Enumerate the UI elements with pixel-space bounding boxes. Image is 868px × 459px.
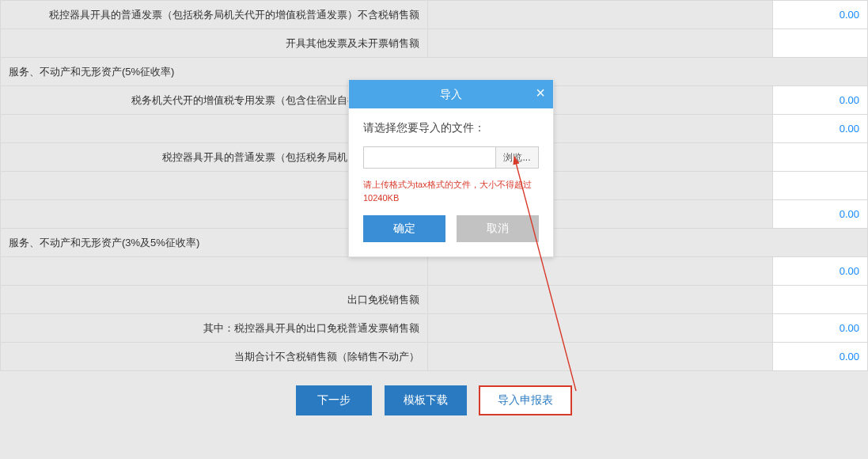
action-button-row: 下一步 模板下载 导入申报表 xyxy=(0,371,868,430)
table-row: 当期合计不含税销售额（除销售不动产） 0.00 xyxy=(1,343,868,371)
modal-prompt: 请选择您要导入的文件： xyxy=(363,121,539,135)
browse-button[interactable]: 浏览... xyxy=(495,147,538,168)
row-value[interactable] xyxy=(773,29,868,58)
modal-body: 请选择您要导入的文件： 浏览... 请上传格式为tax格式的文件，大小不得超过1… xyxy=(349,108,553,256)
table-row: 出口免税销售额 xyxy=(1,286,868,314)
file-input[interactable] xyxy=(364,147,495,168)
import-modal: 导入 × 请选择您要导入的文件： 浏览... 请上传格式为tax格式的文件，大小… xyxy=(348,79,554,257)
row-value[interactable]: 0.00 xyxy=(773,257,868,286)
close-icon[interactable]: × xyxy=(536,80,545,108)
row-label xyxy=(1,257,428,286)
table-row: 其中：税控器具开具的出口免税普通发票销售额 0.00 xyxy=(1,314,868,343)
next-button[interactable]: 下一步 xyxy=(296,385,372,415)
upload-hint: 请上传格式为tax格式的文件，大小不得超过10240KB xyxy=(363,178,539,204)
modal-title: 导入 xyxy=(440,88,462,101)
modal-button-row: 确定 取消 xyxy=(363,215,539,242)
ok-button[interactable]: 确定 xyxy=(363,215,445,242)
row-value[interactable]: 0.00 xyxy=(773,1,868,29)
row-label: 税控器具开具的普通发票（包括税务局机关代开的增值税普通发票）不含税销售额 xyxy=(1,1,428,29)
row-value[interactable]: 0.00 xyxy=(773,200,868,229)
file-chooser: 浏览... xyxy=(363,146,539,169)
import-report-button[interactable]: 导入申报表 xyxy=(479,385,572,415)
row-value[interactable] xyxy=(773,286,868,314)
row-value[interactable]: 0.00 xyxy=(773,343,868,371)
cancel-button[interactable]: 取消 xyxy=(457,215,539,242)
row-label: 出口免税销售额 xyxy=(1,286,428,314)
row-value[interactable]: 0.00 xyxy=(773,86,868,115)
row-value[interactable] xyxy=(773,143,868,172)
table-row: 开具其他发票及未开票销售额 xyxy=(1,29,868,58)
row-label: 当期合计不含税销售额（除销售不动产） xyxy=(1,343,428,371)
table-row: 0.00 xyxy=(1,257,868,286)
template-download-button[interactable]: 模板下载 xyxy=(385,385,467,415)
row-label: 开具其他发票及未开票销售额 xyxy=(1,29,428,58)
row-value[interactable]: 0.00 xyxy=(773,314,868,343)
row-value[interactable]: 0.00 xyxy=(773,115,868,143)
modal-header: 导入 × xyxy=(349,80,553,108)
table-row: 税控器具开具的普通发票（包括税务局机关代开的增值税普通发票）不含税销售额 0.0… xyxy=(1,1,868,29)
row-label: 其中：税控器具开具的出口免税普通发票销售额 xyxy=(1,314,428,343)
row-value[interactable] xyxy=(773,172,868,200)
